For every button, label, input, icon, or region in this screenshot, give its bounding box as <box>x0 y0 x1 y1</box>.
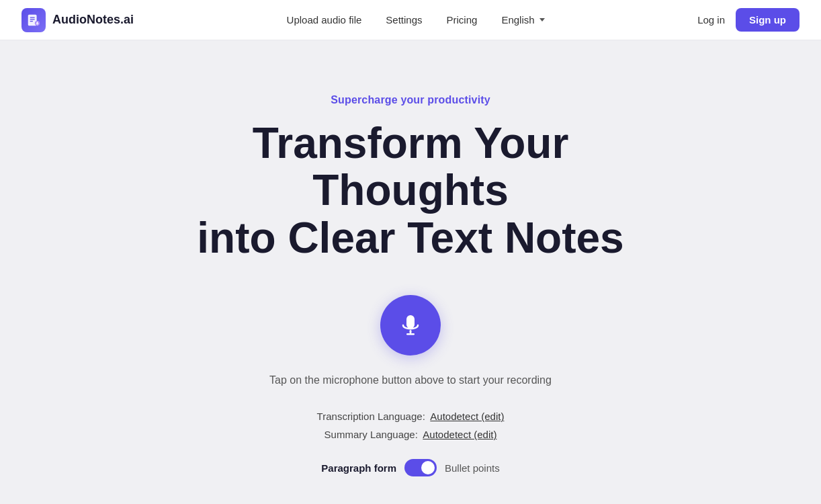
transcription-language-link[interactable]: Autodetect (edit) <box>430 411 504 422</box>
language-selector[interactable]: English <box>501 14 544 26</box>
svg-rect-5 <box>37 22 38 24</box>
microphone-button[interactable] <box>380 295 441 355</box>
brand-area: AudioNotes.ai <box>21 8 134 32</box>
tagline: Supercharge your productivity <box>331 94 490 106</box>
microphone-icon <box>398 312 423 338</box>
svg-rect-2 <box>30 19 35 19</box>
transcription-language-row: Transcription Language: Autodetect (edit… <box>317 411 505 422</box>
summary-language-link[interactable]: Autodetect (edit) <box>423 429 496 440</box>
nav-links: Upload audio file Settings Pricing Engli… <box>287 14 545 26</box>
brand-name: AudioNotes.ai <box>52 13 134 27</box>
logo-icon <box>21 8 46 32</box>
svg-rect-7 <box>406 315 415 329</box>
svg-rect-9 <box>406 333 415 335</box>
mic-instruction: Tap on the microphone button above to st… <box>269 374 552 386</box>
login-button[interactable]: Log in <box>697 14 725 26</box>
summary-language-row: Summary Language: Autodetect (edit) <box>325 429 497 440</box>
hero-title-line1: Transform Your Thoughts <box>253 119 569 214</box>
nav-upload[interactable]: Upload audio file <box>287 14 362 26</box>
svg-rect-1 <box>30 17 35 17</box>
language-label: English <box>501 14 534 26</box>
signup-button[interactable]: Sign up <box>736 8 800 32</box>
summary-language-label: Summary Language: <box>325 429 418 440</box>
main-content: Supercharge your productivity Transform … <box>0 40 821 476</box>
chevron-down-icon <box>539 18 545 22</box>
nav-pricing[interactable]: Pricing <box>447 14 478 26</box>
paragraph-form-label: Paragraph form <box>321 462 396 474</box>
toggle-track <box>404 459 437 476</box>
format-toggle-row: Paragraph form Bullet points <box>321 459 499 476</box>
format-toggle[interactable] <box>404 459 437 476</box>
svg-rect-6 <box>37 24 38 25</box>
toggle-thumb <box>421 461 435 474</box>
auth-buttons: Log in Sign up <box>697 8 800 32</box>
bullet-points-label: Bullet points <box>445 462 500 474</box>
svg-rect-3 <box>30 20 34 21</box>
navbar: AudioNotes.ai Upload audio file Settings… <box>0 0 821 40</box>
hero-title-line2: into Clear Text Notes <box>197 214 623 262</box>
hero-title: Transform Your Thoughts into Clear Text … <box>155 120 666 261</box>
svg-rect-8 <box>410 330 412 333</box>
nav-settings[interactable]: Settings <box>386 14 422 26</box>
transcription-language-label: Transcription Language: <box>317 411 425 422</box>
language-settings: Transcription Language: Autodetect (edit… <box>317 411 505 440</box>
